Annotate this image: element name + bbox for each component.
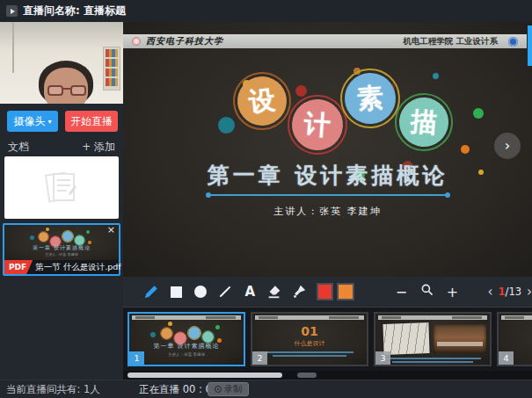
rectangle-tool-icon[interactable]: [165, 280, 187, 303]
brush-tool-icon[interactable]: [288, 280, 310, 303]
chalk-dot: [461, 145, 470, 154]
camera-button-label: 摄像头: [13, 114, 45, 129]
thumb-header-band: [255, 315, 364, 320]
thumb-title: 第一章 设计素描概论: [129, 342, 244, 351]
ellipse-tool-icon[interactable]: [190, 280, 212, 303]
next-slide-overlay-button[interactable]: ›: [494, 133, 521, 159]
top-bar: 直播间名称: 直播标题: [0, 0, 532, 22]
chalk-dot: [218, 117, 235, 134]
zoom-in-button[interactable]: +: [444, 284, 462, 300]
webcam-bookshelf: [103, 47, 120, 90]
zoom-controls: − +: [393, 283, 462, 300]
page-navigation: ‹ 1/13 ›: [488, 284, 532, 300]
thumb-title: 什么是设计: [252, 339, 367, 348]
title-char-circle: 描: [397, 96, 451, 149]
live-stream-app: 直播间名称: 直播标题 摄像头 ▾ 开始直播 文档 + 添加: [0, 0, 532, 398]
thumb-text-line: [266, 351, 353, 353]
start-live-button[interactable]: 开始直播: [65, 111, 118, 132]
pdf-thumb-title: 第一章 设计素描概论: [4, 244, 119, 252]
total-pages: /13: [506, 286, 522, 298]
thumb-heading: 01: [252, 324, 367, 338]
color-swatch-red[interactable]: [317, 283, 333, 300]
live-room-icon: [6, 5, 18, 17]
chalk-dot: [473, 108, 484, 119]
slide-thumbnail-2[interactable]: 01 什么是设计 2: [251, 312, 368, 366]
record-label: 录制: [224, 383, 242, 395]
thumb-sketch-image: [383, 322, 429, 355]
stream-controls: 摄像头 ▾ 开始直播: [0, 107, 123, 135]
text-cursor: [433, 120, 434, 134]
line-tool-icon[interactable]: [215, 280, 237, 303]
documents-header: 文档 + 添加: [0, 137, 123, 156]
sidebar: 摄像头 ▾ 开始直播 文档 + 添加: [0, 22, 123, 380]
mini-title-circles: [156, 323, 217, 341]
title-char-circle: 计: [290, 98, 345, 152]
university-seal-icon: [132, 37, 141, 46]
chalk-dot: [433, 73, 439, 79]
add-document-button[interactable]: + 添加: [82, 140, 115, 155]
pdf-thumbnail: 第一章 设计素描概论 主讲人：张英 李建坤 ×: [4, 225, 119, 260]
viewer-count: 当前直播间共有: 1人: [6, 383, 100, 396]
slide-thumbnail-4[interactable]: 4: [497, 312, 532, 366]
thumb-number: 4: [499, 351, 514, 365]
camera-button[interactable]: 摄像头 ▾: [7, 111, 58, 132]
start-live-label: 开始直播: [70, 114, 113, 129]
webcam-person-glasses: [47, 85, 86, 97]
thumb-number: 2: [252, 351, 267, 365]
mini-title-circles: [35, 228, 88, 246]
pdf-footer: PDF 第一节 什么是设计.pdf: [4, 260, 119, 274]
slide-thumbnail-1[interactable]: 第一章 设计素描概论 主讲人：张英 李建坤 1: [128, 312, 245, 366]
filmstrip-scrollbar-thumb[interactable]: [128, 373, 282, 378]
slide-thumbnail-3[interactable]: 3: [374, 312, 492, 366]
room-title: 直播间名称: 直播标题: [23, 4, 126, 18]
university-name: 西安电子科技大学: [146, 35, 397, 47]
speakers-line: 主讲人：张英 李建坤: [123, 205, 532, 218]
thumb-text-line: [384, 358, 481, 359]
close-icon[interactable]: ×: [107, 225, 115, 235]
document-pages-icon: [41, 170, 82, 206]
pdf-filename: 第一节 什么是设计.pdf: [35, 262, 120, 273]
chapter-title: 第一章 设计素描概论: [123, 161, 532, 190]
chapter-underline: [208, 194, 448, 196]
thumb-header-band: [501, 315, 532, 320]
documents-label: 文档: [8, 140, 82, 155]
eraser-tool-icon[interactable]: [264, 280, 286, 303]
thumb-painting-image: [434, 324, 486, 353]
webcam-wall-edge: [12, 22, 14, 73]
text-tool-icon[interactable]: A: [239, 280, 261, 303]
thumb-number: 1: [129, 351, 144, 365]
webcam-preview: [0, 22, 123, 104]
filmstrip-scrollbar-nub[interactable]: [297, 373, 317, 378]
color-swatch-orange[interactable]: [337, 283, 353, 300]
status-bar: 当前直播间共有: 1人 正在直播 00 : 00 : 00 录制: [0, 380, 532, 398]
thumb-header-band: [132, 315, 241, 320]
pdf-badge: PDF: [4, 260, 33, 274]
main-area: 西安电子科技大学 机电工程学院 工业设计系 设 计 素 描 第一章 设计素描概论: [123, 22, 532, 380]
slide-filmstrip: 第一章 设计素描概论 主讲人：张英 李建坤 1 01 什么是设计 2 3: [123, 307, 532, 371]
pen-tool-icon[interactable]: [141, 280, 163, 303]
record-button[interactable]: 录制: [208, 382, 249, 396]
document-placeholder-card[interactable]: [4, 156, 119, 219]
university-logo-icon: [508, 37, 518, 47]
thumb-subtitle: 主讲人：张英 李建坤: [129, 352, 244, 357]
slide-scrollbar[interactable]: [528, 25, 532, 66]
zoom-out-button[interactable]: −: [393, 284, 411, 300]
next-page-button[interactable]: ›: [527, 284, 532, 300]
title-char-circle: 素: [343, 71, 397, 126]
magnifier-icon[interactable]: [419, 283, 436, 300]
department-name: 机电工程学院 工业设计系: [403, 36, 498, 47]
filmstrip-scrollbar-track[interactable]: [123, 371, 532, 380]
annotation-toolbar: A − + ‹ 1/13 ›: [123, 277, 532, 307]
thumb-number: 3: [375, 351, 390, 365]
chalk-dot: [295, 85, 307, 97]
slide-canvas[interactable]: 西安电子科技大学 机电工程学院 工业设计系 设 计 素 描 第一章 设计素描概论: [123, 22, 532, 277]
chalk-dot: [353, 68, 361, 75]
pdf-thumb-subtitle: 主讲人：张英 李建坤: [4, 252, 119, 257]
thumb-header-band: [378, 315, 487, 320]
thumb-text-line: [273, 355, 346, 357]
pdf-document-item[interactable]: 第一章 设计素描概论 主讲人：张英 李建坤 × PDF 第一节 什么是设计.pd…: [3, 223, 120, 276]
thumb-text-line: [392, 361, 473, 363]
prev-page-button[interactable]: ‹: [488, 284, 493, 300]
slide-header-band: 西安电子科技大学 机电工程学院 工业设计系: [123, 34, 527, 48]
chevron-down-icon: ▾: [47, 118, 51, 126]
